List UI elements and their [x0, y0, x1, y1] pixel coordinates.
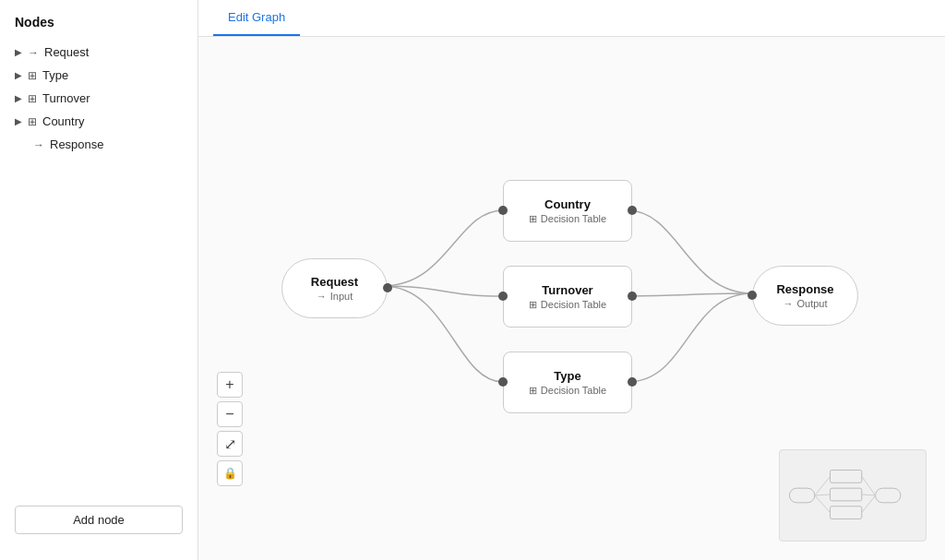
svg-rect-3 [831, 506, 862, 519]
svg-rect-0 [789, 488, 814, 503]
node-title: Country [544, 197, 591, 211]
main-area: Edit Graph Request → Input [198, 0, 945, 560]
svg-rect-2 [831, 488, 862, 501]
expand-arrow-icon: ▶ [15, 47, 22, 57]
svg-line-5 [815, 476, 831, 495]
minimap [779, 449, 927, 542]
node-type[interactable]: Type ⊞ Decision Table [503, 351, 632, 413]
sidebar: Nodes ▶ → Request ▶ ⊞ Type ▶ ⊞ Turnover … [0, 0, 198, 560]
svg-line-6 [815, 494, 831, 495]
node-sub: ⊞ Decision Table [529, 213, 606, 225]
arrow-icon: → [33, 138, 44, 151]
svg-line-9 [862, 494, 876, 495]
sidebar-item-turnover[interactable]: ▶ ⊞ Turnover [0, 87, 197, 110]
sidebar-item-country[interactable]: ▶ ⊞ Country [0, 110, 197, 133]
svg-rect-4 [876, 488, 901, 503]
expand-arrow-icon: ▶ [15, 116, 22, 126]
node-title: Type [554, 369, 580, 383]
tab-bar: Edit Graph [198, 0, 945, 37]
sidebar-item-label: Response [50, 137, 183, 151]
grid-icon: ⊞ [28, 115, 37, 128]
sidebar-item-type[interactable]: ▶ ⊞ Type [0, 64, 197, 87]
node-sub: → Output [783, 298, 827, 309]
tab-edit-graph[interactable]: Edit Graph [213, 0, 300, 36]
lock-button[interactable]: 🔒 [217, 460, 243, 486]
zoom-in-button[interactable]: + [217, 372, 243, 398]
arrow-icon: → [317, 291, 327, 302]
connector-dot [498, 292, 508, 301]
svg-line-8 [862, 476, 876, 495]
sidebar-item-label: Type [42, 68, 183, 82]
expand-arrow-icon: ▶ [15, 93, 22, 103]
sidebar-spacer [0, 156, 197, 494]
connector-dot [498, 206, 508, 215]
node-title: Request [311, 275, 358, 289]
sidebar-item-label: Country [42, 114, 183, 128]
connector-dot [628, 206, 637, 215]
connector-dot [383, 283, 392, 292]
fit-button[interactable]: ⤢ [217, 431, 243, 457]
sidebar-item-request[interactable]: ▶ → Request [0, 41, 197, 64]
node-title: Turnover [542, 283, 592, 297]
sidebar-item-label: Turnover [42, 91, 183, 105]
grid-icon: ⊞ [529, 385, 537, 397]
expand-arrow-icon: ▶ [15, 70, 22, 80]
node-country[interactable]: Country ⊞ Decision Table [503, 180, 632, 242]
svg-line-7 [815, 495, 831, 513]
arrow-icon: → [28, 46, 39, 59]
node-turnover[interactable]: Turnover ⊞ Decision Table [503, 266, 632, 328]
zoom-out-button[interactable]: − [217, 401, 243, 427]
connector-dot [628, 292, 637, 301]
sidebar-item-label: Request [44, 45, 183, 59]
connector-dot [498, 377, 508, 387]
minimap-svg [780, 450, 926, 541]
sidebar-title: Nodes [0, 15, 197, 41]
node-sub: ⊞ Decision Table [529, 385, 606, 397]
zoom-controls: + − ⤢ 🔒 [217, 372, 243, 486]
svg-line-10 [862, 495, 876, 513]
grid-icon: ⊞ [529, 299, 537, 311]
grid-icon: ⊞ [529, 213, 537, 225]
sidebar-item-response[interactable]: → Response [0, 133, 197, 156]
grid-icon: ⊞ [28, 92, 37, 105]
node-title: Response [776, 282, 833, 296]
add-node-button[interactable]: Add node [15, 506, 183, 534]
node-sub: ⊞ Decision Table [529, 299, 606, 311]
connector-dot [628, 377, 637, 387]
svg-rect-1 [831, 471, 862, 483]
node-request[interactable]: Request → Input [281, 258, 388, 318]
graph-canvas[interactable]: Request → Input Country ⊞ Decision Table… [198, 37, 945, 560]
node-sub: → Input [317, 291, 353, 302]
grid-icon: ⊞ [28, 69, 37, 82]
arrow-icon: → [783, 298, 793, 309]
node-response[interactable]: Response → Output [752, 266, 858, 326]
connector-dot [748, 291, 757, 300]
